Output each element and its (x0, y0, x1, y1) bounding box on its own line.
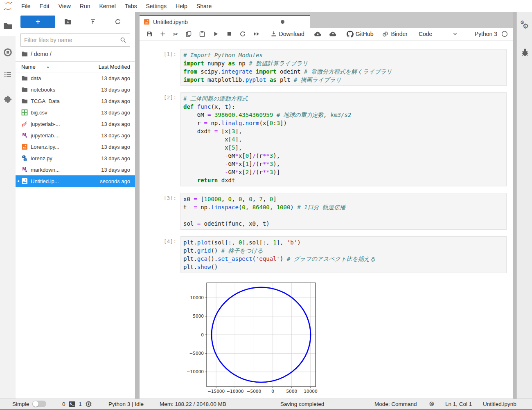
cut-cells-button[interactable]: ✂ (171, 30, 180, 38)
command-mode-indicator[interactable]: Mode: Command (374, 399, 417, 409)
menu-item-edit[interactable]: Edit (35, 1, 54, 11)
cursor-position[interactable]: Ln 1, Col 1 (445, 399, 472, 409)
run-cell-button[interactable] (211, 29, 221, 38)
column-name[interactable]: Name ▲ (21, 64, 99, 70)
save-button[interactable] (144, 29, 154, 38)
menu-item-run[interactable]: Run (75, 1, 95, 11)
notification-text: Saving completed (280, 399, 324, 409)
menu-item-view[interactable]: View (54, 1, 75, 11)
breadcrumb[interactable]: / demo / (16, 47, 135, 61)
file-row[interactable]: lorenz.py13 days ago (16, 152, 135, 164)
binder-icon (382, 31, 389, 38)
file-browser-panel: + / demo / Name ▲ (16, 12, 135, 399)
menu-item-share[interactable]: Share (192, 1, 216, 11)
right-sidebar: ⚙ ⚙ (516, 12, 532, 399)
cell-code-editor[interactable]: x0 = [10000, 0, 0, 0, 7, 0] t = np.linsp… (180, 193, 507, 230)
tab-bar: Untitled.ipynb (140, 12, 513, 28)
file-row[interactable]: PDFjupyterlab-...13 days ago (16, 118, 135, 130)
file-row[interactable]: Mmarkdown...13 days ago (16, 164, 135, 175)
file-row[interactable]: Mjupyterlab....13 days ago (16, 130, 135, 141)
cell-code-editor[interactable]: plt.plot(sol[:, 0],sol[:, 1], 'b') plt.g… (180, 236, 507, 273)
cloud-upload-button[interactable] (327, 29, 339, 38)
upload-button[interactable] (80, 16, 105, 28)
sessions-status[interactable]: 0 $_ 1 (62, 399, 92, 409)
open-github-button[interactable]: GitHub (345, 29, 375, 39)
svg-text:M: M (23, 166, 26, 171)
refresh-button[interactable] (105, 16, 130, 28)
markdown-file-icon: M (21, 132, 28, 139)
extension-manager-icon[interactable] (3, 95, 13, 105)
kernel-status-icon[interactable] (501, 31, 508, 37)
file-row[interactable]: TCGA_Data13 days ago (16, 95, 135, 107)
markdown-file-icon: M (21, 166, 28, 173)
file-name: jupyterlab-... (31, 121, 101, 127)
filter-files-box (20, 34, 130, 47)
insert-cell-button[interactable] (158, 29, 168, 38)
restart-kernel-button[interactable] (238, 29, 248, 38)
file-row[interactable]: Lorenz.ipy...13 days ago (16, 141, 135, 152)
notebook-toolbar: ✂ Download (140, 28, 513, 40)
column-last-modified[interactable]: Last Modified (99, 64, 130, 70)
notebook-content: [1]:# Import Python Modules import numpy… (140, 40, 513, 399)
cell-type-dropdown[interactable]: Code (419, 31, 458, 37)
download-icon (271, 31, 277, 37)
menu-item-settings[interactable]: Settings (142, 1, 171, 11)
cloud-download-button[interactable] (312, 29, 324, 38)
simple-mode-toggle[interactable]: Simple (12, 399, 46, 409)
breadcrumb-path: / demo / (31, 51, 52, 57)
jupyterlab-window: FileEditViewRunKernelTabsSettingsHelpSha… (0, 0, 532, 410)
launch-binder-button[interactable]: Binder (380, 29, 409, 39)
debugger-icon[interactable] (520, 47, 530, 57)
restart-run-all-button[interactable] (251, 29, 262, 38)
kernel-name[interactable]: Python 3 (475, 31, 497, 37)
paste-cells-button[interactable] (197, 29, 207, 38)
main-dock-panel: Untitled.ipynb ✂ (140, 12, 513, 399)
new-folder-button[interactable] (55, 16, 80, 28)
status-bar: Simple 0 $_ 1 Python 3 | Idle Mem: 188.2… (0, 399, 532, 409)
copy-cells-button[interactable] (184, 29, 194, 38)
folder-file-icon (21, 98, 28, 104)
cell-code-editor[interactable]: # 二体問題の運動方程式 def func(x, t): GM = 398600… (180, 92, 507, 186)
property-inspector-icon[interactable]: ⚙ ⚙ (519, 21, 530, 32)
file-browser-icon[interactable] (3, 21, 13, 31)
file-row[interactable]: notebooks13 days ago (16, 84, 135, 95)
cloud-download-icon (314, 31, 322, 37)
pdf-file-icon: PDF (21, 121, 28, 127)
menu-item-help[interactable]: Help (171, 1, 192, 11)
left-sidebar (0, 12, 16, 399)
svg-text:0: 0 (271, 389, 274, 394)
running-sessions-icon[interactable] (3, 47, 13, 57)
file-modified: 13 days ago (101, 121, 130, 127)
panel-resize-handle[interactable] (135, 12, 140, 399)
menu-item-kernel[interactable]: Kernel (95, 1, 120, 11)
github-icon (347, 31, 354, 38)
new-launcher-button[interactable]: + (20, 16, 55, 28)
terminal-icon: $_ (69, 401, 76, 407)
memory-usage: Mem: 188.22 / 2048.00 MB (160, 399, 226, 409)
toggle-switch[interactable] (32, 401, 46, 407)
tab-untitled-notebook[interactable]: Untitled.ipynb (140, 15, 310, 28)
svg-text:0: 0 (201, 332, 204, 337)
file-name: markdown... (31, 167, 101, 173)
table-of-contents-icon[interactable] (3, 69, 13, 79)
download-button[interactable]: Download (269, 29, 306, 38)
file-row[interactable]: ●Untitled.ip...seconds ago (16, 175, 135, 187)
file-row[interactable]: data13 days ago (16, 72, 135, 84)
file-name: jupyterlab.... (31, 132, 101, 139)
filter-files-input[interactable] (24, 37, 120, 43)
notebook-scrollbar[interactable] (513, 12, 516, 399)
menu-items: FileEditViewRunKernelTabsSettingsHelpSha… (17, 1, 216, 11)
cloud-upload-icon (329, 31, 337, 37)
kernel-status-text[interactable]: Python 3 | Idle (108, 399, 144, 409)
cell-type-value: Code (419, 31, 432, 37)
trust-indicator-icon[interactable]: ⊗ (429, 399, 434, 409)
menu-item-file[interactable]: File (17, 1, 35, 11)
file-row[interactable]: big.csv13 days ago (16, 107, 135, 118)
cell-code-editor[interactable]: # Import Python Modules import numpy as … (180, 49, 507, 86)
python-file-icon (21, 155, 28, 161)
menu-item-tabs[interactable]: Tabs (120, 1, 142, 11)
file-modified: 13 days ago (101, 144, 130, 150)
interrupt-kernel-button[interactable] (224, 29, 234, 38)
simple-label: Simple (12, 401, 29, 407)
folder-file-icon (21, 86, 28, 93)
